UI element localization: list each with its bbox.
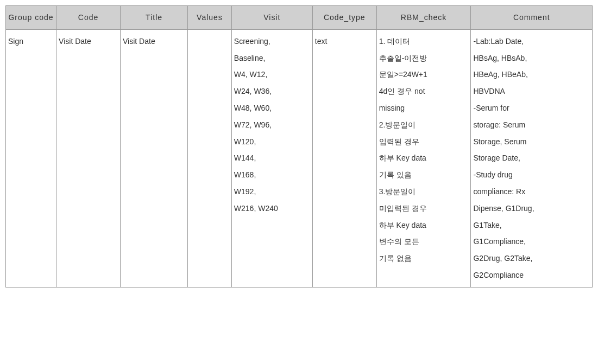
header-values: Values bbox=[188, 6, 232, 30]
cell-values bbox=[188, 29, 232, 287]
cell-rbm-check: 1. 데이터 추출일-이전방 문일>=24W+1 4d인 경우 not miss… bbox=[376, 29, 471, 287]
cell-group-code: Sign bbox=[6, 29, 56, 287]
header-code-type: Code_type bbox=[312, 6, 376, 30]
header-group-code: Group code bbox=[6, 6, 56, 30]
data-table: Group code Code Title Values Visit Code_… bbox=[5, 5, 593, 288]
cell-title: Visit Date bbox=[121, 29, 188, 287]
table-row: Sign Visit Date Visit Date Screening, Ba… bbox=[6, 29, 593, 287]
header-code: Code bbox=[56, 6, 121, 30]
header-visit: Visit bbox=[231, 6, 312, 30]
cell-comment: -Lab:Lab Date, HBsAg, HBsAb, HBeAg, HBeA… bbox=[471, 29, 593, 287]
cell-code: Visit Date bbox=[56, 29, 121, 287]
cell-visit: Screening, Baseline, W4, W12, W24, W36, … bbox=[231, 29, 312, 287]
cell-code-type: text bbox=[312, 29, 376, 287]
table-header-row: Group code Code Title Values Visit Code_… bbox=[6, 6, 593, 30]
header-comment: Comment bbox=[471, 6, 593, 30]
header-rbm-check: RBM_check bbox=[376, 6, 471, 30]
header-title: Title bbox=[121, 6, 188, 30]
